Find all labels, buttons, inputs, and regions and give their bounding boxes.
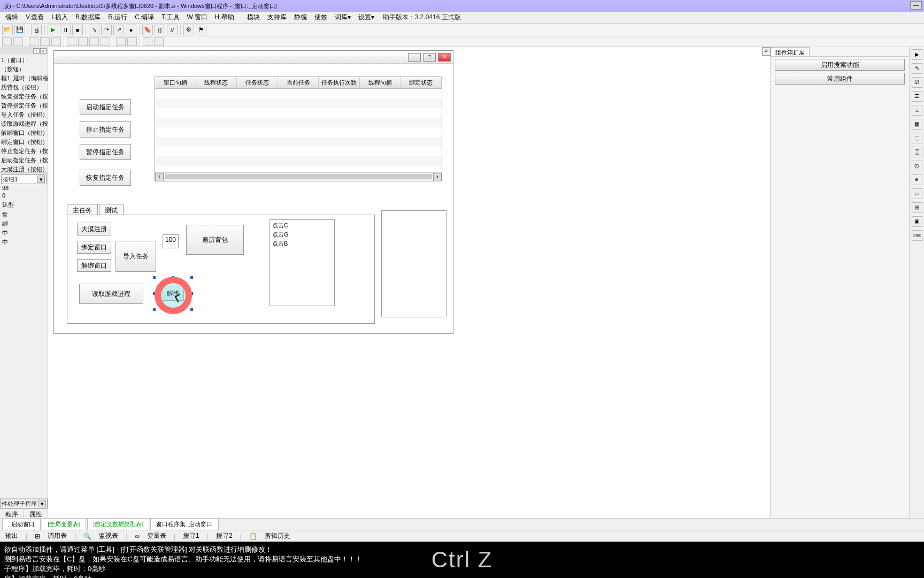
- tb-stepover-icon[interactable]: ↷: [101, 25, 112, 35]
- tool-edit-icon[interactable]: ✎: [912, 63, 922, 74]
- scroll-left-icon[interactable]: ‹: [155, 173, 164, 181]
- import-task-button[interactable]: 导入任务: [116, 241, 156, 272]
- tab-clipboard[interactable]: 剪辑历史: [261, 530, 294, 542]
- unbind-window-button[interactable]: 解绑窗口: [77, 259, 111, 272]
- chevron-down-icon[interactable]: ▾: [37, 176, 45, 183]
- form-close-button[interactable]: ✕: [438, 53, 451, 62]
- col-header[interactable]: 当前任务: [278, 77, 319, 88]
- tree-item[interactable]: 恢复指定任务（按: [1, 92, 47, 101]
- tb-break-icon[interactable]: ●: [126, 25, 136, 35]
- tree-item[interactable]: 停止指定任务（按: [1, 147, 47, 156]
- tb-bookmark-icon[interactable]: 🔖: [142, 25, 153, 35]
- property-grid[interactable]: 98 0 认型 常 绑 中 中: [1, 184, 47, 264]
- tab-custom-types[interactable]: [自定义数据类型表]: [87, 518, 149, 530]
- tree-item[interactable]: 导入任务（按钮）: [1, 110, 47, 119]
- tree-item[interactable]: 启动指定任务（按: [1, 156, 47, 165]
- tb2-1[interactable]: [2, 37, 12, 46]
- tree-item[interactable]: 读取游戏进程（按: [1, 119, 47, 128]
- grid-control[interactable]: 窗口句柄 线程状态 任务状态 当前任务 任务执行次数 线程句柄 绑定状态 ‹ ›: [155, 77, 442, 181]
- tab-toolbox[interactable]: 组件箱扩展: [771, 47, 810, 56]
- menu-dict[interactable]: 词库▾: [332, 12, 354, 23]
- tool-box-icon[interactable]: ⬚: [912, 133, 922, 143]
- left-tab-program[interactable]: 程序: [0, 509, 24, 518]
- menu-database[interactable]: B.数据库: [72, 12, 104, 23]
- menu-note[interactable]: 便签: [311, 12, 330, 23]
- tb2-9[interactable]: [101, 37, 110, 46]
- menu-window[interactable]: W.窗口: [184, 12, 211, 23]
- tool-grid-icon[interactable]: ▦: [912, 119, 922, 130]
- pause-task-button[interactable]: 暂停指定任务: [80, 144, 131, 160]
- unbind2-button[interactable]: 解绑: [163, 286, 184, 301]
- tb-bracket-icon[interactable]: {}: [155, 25, 165, 35]
- tab-watch[interactable]: 监视表: [96, 530, 121, 542]
- tb2-3[interactable]: [29, 37, 38, 46]
- tool-check-icon[interactable]: ☑: [912, 77, 922, 88]
- tb2-12[interactable]: [143, 37, 152, 46]
- col-header[interactable]: 窗口句柄: [155, 77, 196, 88]
- chevron-down-icon[interactable]: ▾: [38, 500, 46, 507]
- col-header[interactable]: 任务状态: [237, 77, 278, 88]
- enable-search-button[interactable]: 启用搜索功能: [775, 59, 905, 71]
- col-header[interactable]: 线程状态: [196, 77, 237, 88]
- prop-name-combo[interactable]: 按钮1 ▾: [1, 174, 47, 184]
- panel-close-icon[interactable]: ×: [40, 48, 47, 54]
- tb-print-icon[interactable]: 🖨: [31, 25, 42, 35]
- stop-task-button[interactable]: 停止指定任务: [80, 121, 131, 138]
- tb-stepout-icon[interactable]: ↗: [113, 25, 124, 35]
- col-header[interactable]: 线程句柄: [360, 77, 401, 88]
- delay-input[interactable]: 100: [163, 234, 179, 248]
- left-tab-property[interactable]: 属性: [24, 509, 48, 518]
- tab-output[interactable]: 输出: [2, 530, 21, 542]
- tb2-2[interactable]: [13, 37, 23, 46]
- tab-startup-window[interactable]: _启动窗口: [2, 518, 41, 530]
- common-components-button[interactable]: 常用组件: [775, 73, 905, 85]
- tree-item[interactable]: 框1_延时（编辑框）: [1, 74, 47, 83]
- damo-register-button[interactable]: 大漠注册: [77, 223, 111, 235]
- tool-list-icon[interactable]: ☰: [912, 91, 922, 102]
- tool-clock-icon[interactable]: ◴: [912, 161, 922, 171]
- tb-misc2-icon[interactable]: ⚑: [196, 25, 206, 35]
- tb2-5[interactable]: [51, 37, 61, 46]
- form-min-button[interactable]: —: [408, 53, 421, 62]
- tree-item[interactable]: 大漠注册（按钮）: [1, 165, 47, 172]
- tb2-11[interactable]: [127, 37, 137, 46]
- col-header[interactable]: 绑定状态: [401, 77, 442, 88]
- tab-calls[interactable]: 调用表: [44, 530, 70, 542]
- grid-hscroll[interactable]: ‹ ›: [155, 172, 442, 181]
- menu-help[interactable]: H.帮助: [212, 12, 237, 23]
- tool-odbc-icon[interactable]: odbc: [912, 230, 922, 241]
- tree-item[interactable]: 1（窗口）: [1, 56, 47, 65]
- tab-search1[interactable]: 搜寻1: [180, 530, 203, 542]
- tb2-4[interactable]: [40, 37, 50, 46]
- tree-item[interactable]: 绑定窗口（按钮）: [1, 138, 47, 147]
- tb2-10[interactable]: [116, 37, 126, 46]
- tb2-7[interactable]: [78, 37, 88, 46]
- tool-menu-icon[interactable]: ≡: [912, 174, 922, 185]
- tb-pause-icon[interactable]: ⏸: [60, 25, 71, 35]
- event-combo[interactable]: 件处理子程序 ▾: [0, 499, 48, 508]
- tool-line-icon[interactable]: ⟂: [912, 105, 922, 116]
- listbox2[interactable]: [381, 210, 446, 317]
- menu-run[interactable]: R.运行: [105, 12, 130, 23]
- tb-stop-icon[interactable]: ■: [72, 25, 83, 35]
- bind-window-button[interactable]: 绑定窗口: [77, 241, 111, 254]
- panel-collapse-icon[interactable]: »: [762, 47, 771, 56]
- tool-rect-icon[interactable]: ▭: [912, 188, 922, 199]
- tab-vars[interactable]: 变量表: [144, 530, 170, 542]
- form-designer[interactable]: — □ ✕ 窗口句柄 线程状态 任务状态 当前任务 任务执行次数 线程句柄 绑定…: [53, 50, 453, 334]
- tb-open-icon[interactable]: 📂: [2, 25, 13, 35]
- tb-save-icon[interactable]: 💾: [14, 25, 25, 35]
- tab-global-vars[interactable]: [全局变量表]: [42, 518, 86, 530]
- minimize-button[interactable]: —: [910, 1, 922, 10]
- menu-view[interactable]: V.查看: [22, 12, 47, 23]
- tb-misc1-icon[interactable]: ⚙: [183, 25, 194, 35]
- menu-compile[interactable]: C.编译: [132, 12, 157, 23]
- resume-task-button[interactable]: 恢复指定任务: [80, 170, 131, 186]
- tool-cursor-icon[interactable]: ▶: [912, 49, 922, 60]
- panel-pin-icon[interactable]: ▫: [33, 48, 40, 54]
- tool-window-icon[interactable]: ⊞: [912, 202, 922, 213]
- menu-settings[interactable]: 设置▾: [355, 12, 378, 23]
- menu-insert[interactable]: I.插入: [48, 12, 71, 23]
- traverse-bag-button[interactable]: 遍历背包: [186, 225, 244, 255]
- component-tree[interactable]: 1（窗口） （按钮） 框1_延时（编辑框） 历背包（按钮） 恢复指定任务（按 暂…: [0, 55, 48, 172]
